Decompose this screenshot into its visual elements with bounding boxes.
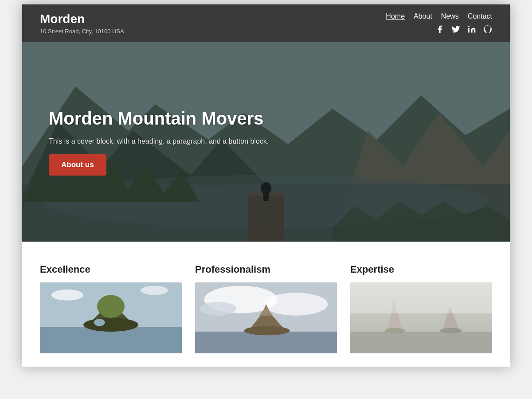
svg-point-39	[440, 328, 462, 333]
nav-item-home[interactable]: Home	[386, 12, 405, 20]
svg-rect-35	[350, 332, 492, 353]
header-right: Home About News Contact	[386, 12, 492, 36]
hero-section: Morden Mountain Movers This is a cover b…	[22, 42, 510, 242]
feature-professionalism: Professionalism	[195, 264, 337, 353]
feature-image-excellence	[40, 282, 182, 353]
feature-image-expertise	[350, 282, 492, 353]
svg-point-27	[200, 302, 236, 316]
feature-title-professionalism: Professionalism	[195, 264, 337, 275]
svg-point-0	[468, 26, 469, 27]
hero-subtitle: This is a cover block, with a heading, a…	[49, 137, 269, 145]
feature-expertise: Expertise	[350, 264, 492, 353]
feature-title-expertise: Expertise	[350, 264, 492, 275]
page-wrapper: Morden 10 Street Road, City, 10100 USA H…	[22, 4, 510, 367]
nav-menu: Home About News Contact	[386, 12, 492, 20]
nav-item-contact[interactable]: Contact	[468, 12, 492, 20]
twitter-icon[interactable]	[451, 25, 460, 36]
nav-link-contact[interactable]: Contact	[468, 12, 492, 20]
svg-point-37	[384, 328, 404, 333]
site-header: Morden 10 Street Road, City, 10100 USA H…	[22, 4, 510, 42]
svg-point-19	[83, 318, 138, 332]
main-nav: Home About News Contact	[386, 12, 492, 20]
svg-point-31	[244, 326, 289, 336]
nav-link-news[interactable]: News	[441, 12, 459, 20]
svg-point-21	[94, 319, 105, 326]
svg-point-26	[264, 293, 328, 316]
site-tagline: 10 Street Road, City, 10100 USA	[40, 28, 124, 35]
features-grid: Excellence	[40, 264, 492, 353]
main-content: Excellence	[22, 242, 510, 367]
nav-item-news[interactable]: News	[441, 12, 459, 20]
feature-excellence: Excellence	[40, 264, 182, 353]
social-icons	[435, 25, 492, 36]
facebook-icon[interactable]	[435, 25, 444, 36]
wordpress-icon[interactable]	[483, 25, 492, 36]
nav-link-about[interactable]: About	[414, 12, 432, 20]
nav-link-home[interactable]: Home	[386, 12, 405, 20]
feature-image-professionalism	[195, 282, 337, 353]
hero-content: Morden Mountain Movers This is a cover b…	[22, 42, 510, 242]
feature-title-excellence: Excellence	[40, 264, 182, 275]
site-branding: Morden 10 Street Road, City, 10100 USA	[40, 12, 124, 35]
svg-point-22	[51, 289, 83, 301]
site-title: Morden	[40, 12, 124, 26]
about-us-button[interactable]: About us	[49, 154, 106, 176]
svg-point-23	[141, 286, 168, 295]
svg-point-20	[97, 295, 125, 318]
hero-title: Morden Mountain Movers	[49, 109, 263, 129]
nav-item-about[interactable]: About	[414, 12, 432, 20]
svg-rect-40	[350, 282, 492, 313]
linkedin-icon[interactable]	[467, 25, 476, 36]
